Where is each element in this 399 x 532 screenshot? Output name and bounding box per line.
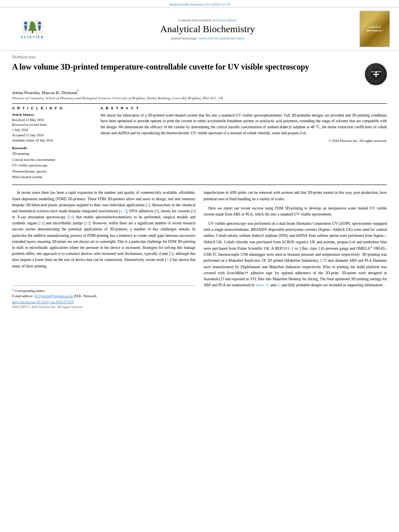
journal-cover-image: AnalyticalBiochemistry bbox=[360, 11, 390, 47]
email-link[interactable]: M.Dymond@brighton.ac.uk bbox=[34, 294, 73, 298]
affiliation-text: Division of Chemistry, School of Pharmac… bbox=[12, 96, 387, 100]
ref-1: 1 bbox=[147, 203, 149, 207]
journal-title: Analytical Biochemistry bbox=[59, 24, 356, 35]
footnote-area: * Corresponding author. E-mail address: … bbox=[12, 286, 195, 299]
ref-8: 8 bbox=[156, 209, 158, 213]
body-paragraph-1: In recent years there has been a rapid e… bbox=[12, 190, 195, 269]
ref-9: 9 bbox=[192, 209, 194, 213]
body-paragraph-3: Here we report our recent success using … bbox=[204, 205, 387, 218]
corresponding-marker: * bbox=[77, 89, 78, 93]
sciencedirect-text: Contents lists available at bbox=[179, 18, 216, 22]
elsevier-wordmark: ELSEVIER bbox=[21, 35, 44, 39]
body-col-left: In recent years there has been a rapid e… bbox=[12, 190, 195, 309]
sciencedirect-link[interactable]: ScienceDirect bbox=[216, 18, 237, 22]
history-item-2: 1 July 2016 bbox=[12, 127, 93, 133]
divider-2 bbox=[12, 185, 387, 185]
keyword-4: Water-heated cuvette bbox=[12, 174, 93, 180]
page-wrapper: Analytical Biochemistry 510 (2016) 52–55 bbox=[0, 0, 399, 313]
keywords-label: Keywords: bbox=[12, 146, 93, 150]
email-label: E-mail address: bbox=[12, 294, 33, 298]
doi-link[interactable]: http://dx.doi.org/10.1016/j.ab.2016.07.0… bbox=[12, 300, 195, 304]
elsevier-logo: ELSEVIER bbox=[10, 18, 55, 40]
corresponding-note: * Corresponding author. bbox=[12, 288, 195, 294]
homepage-text: journal homepage: bbox=[171, 36, 198, 40]
body-text-area: In recent years there has been a rapid e… bbox=[12, 190, 387, 309]
svg-rect-2 bbox=[32, 31, 33, 33]
authors-text: Jelena Pisaruka, Marcus K. Dymond bbox=[12, 90, 77, 95]
top-citation-bar: Analytical Biochemistry 510 (2016) 52–55 bbox=[0, 0, 399, 7]
history-item-3: Accepted 15 July 2016 bbox=[12, 133, 93, 138]
journal-header-center: Contents lists available at ScienceDirec… bbox=[59, 18, 356, 40]
history-item-4: Available online 19 July 2016 bbox=[12, 138, 93, 143]
body-paragraph-4: UV visible spectroscopy was performed on… bbox=[204, 221, 387, 288]
authors-line: Jelena Pisaruka, Marcus K. Dymond* bbox=[12, 89, 387, 95]
journal-citation: Analytical Biochemistry 510 (2016) 52–55 bbox=[169, 2, 230, 6]
corresponding-note-text: * Corresponding author. bbox=[12, 289, 45, 293]
body-paragraph-2: imperfections in ABS prints can be remov… bbox=[204, 190, 387, 202]
homepage-link[interactable]: www.elsevier.com/locate/yabio bbox=[199, 36, 244, 40]
journal-cover-area: AnalyticalBiochemistry bbox=[356, 11, 393, 47]
crossmark-icon: CrossMark bbox=[368, 66, 384, 82]
crossmark-badge: CrossMark bbox=[365, 63, 387, 85]
body-col-right: imperfections in ABS prints can be remov… bbox=[204, 190, 387, 309]
history-item-1: Received in revised form bbox=[12, 122, 93, 127]
elsevier-tree-icon bbox=[21, 19, 45, 35]
keyword-3: Thermochromic spectra bbox=[12, 168, 93, 174]
history-label: Article history: bbox=[12, 113, 93, 117]
journal-header: ELSEVIER Contents lists available at Sci… bbox=[0, 7, 399, 51]
ref-11: 11 bbox=[40, 221, 43, 225]
ref-2-7: 2–7 bbox=[121, 209, 126, 213]
elsevier-logo-area: ELSEVIER bbox=[6, 18, 59, 40]
article-info-abstract-columns: A R T I C L E I N F O Article history: R… bbox=[12, 106, 387, 180]
svg-point-3 bbox=[38, 21, 41, 25]
issn-text: 0003-2697/© 2016 Elsevier Inc. All right… bbox=[12, 305, 195, 309]
keyword-1: Critical micelle concentration bbox=[12, 157, 93, 162]
ref-13: 13 bbox=[167, 258, 170, 262]
article-info-column: A R T I C L E I N F O Article history: R… bbox=[12, 106, 93, 180]
article-title: A low volume 3D-printed temperature-cont… bbox=[12, 62, 326, 72]
table-s1-link: Tables S1 bbox=[255, 283, 269, 287]
ref-3: 3 bbox=[170, 252, 172, 256]
abstract-header: A B S T R A C T bbox=[101, 106, 387, 110]
history-item-0: Received 23 May 2016 bbox=[12, 117, 93, 123]
crossmark-area: CrossMark bbox=[365, 63, 387, 85]
article-info-header: A R T I C L E I N F O bbox=[12, 106, 93, 110]
keywords-section: Keywords: 3D-printing Critical micelle c… bbox=[12, 146, 93, 180]
table-s2-link: S2 bbox=[277, 283, 281, 287]
ref-10: 10 bbox=[69, 215, 73, 219]
body-two-columns: In recent years there has been a rapid e… bbox=[12, 190, 387, 309]
keyword-2: UV visible spectroscopy bbox=[12, 162, 93, 168]
article-section-label: Technical note bbox=[12, 55, 387, 59]
sciencedirect-line: Contents lists available at ScienceDirec… bbox=[59, 18, 356, 22]
ref-12: 12 bbox=[86, 221, 89, 225]
doi-anchor[interactable]: http://dx.doi.org/10.1016/j.ab.2016.07.0… bbox=[12, 300, 74, 304]
homepage-line: journal homepage: www.elsevier.com/locat… bbox=[59, 36, 356, 40]
abstract-column: A B S T R A C T We report the fabricatio… bbox=[101, 106, 387, 180]
cover-title: AnalyticalBiochemistry bbox=[366, 25, 383, 33]
email-line: E-mail address: M.Dymond@brighton.ac.uk … bbox=[12, 294, 195, 299]
article-history: Article history: Received 23 May 2016 Re… bbox=[12, 113, 93, 143]
article-body: Technical note A low volume 3D-printed t… bbox=[0, 51, 399, 313]
email-name: (M.K. Dymond). bbox=[74, 294, 97, 298]
svg-point-1 bbox=[24, 21, 27, 25]
omega-reg: ® bbox=[370, 246, 372, 249]
abstract-text: We report the fabrication of a 3D-printe… bbox=[101, 113, 387, 136]
keyword-0: 3D-printing bbox=[12, 151, 93, 156]
divider-1 bbox=[12, 103, 387, 104]
copyright-text: © 2016 Elsevier Inc. All rights reserved… bbox=[101, 139, 387, 143]
